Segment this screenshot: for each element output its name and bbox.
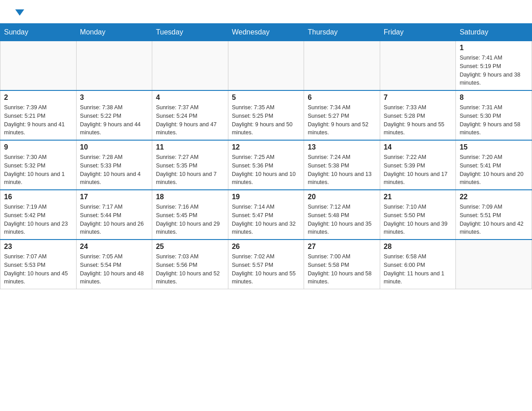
calendar-cell (228, 41, 304, 91)
day-info: Sunrise: 7:24 AM Sunset: 5:38 PM Dayligh… (308, 153, 376, 187)
calendar-day-header: Saturday (456, 24, 532, 41)
calendar-day-header: Thursday (304, 24, 380, 41)
day-info: Sunrise: 7:00 AM Sunset: 5:58 PM Dayligh… (308, 253, 376, 286)
day-number: 24 (80, 243, 149, 251)
day-number: 17 (80, 193, 149, 201)
calendar-cell: 13Sunrise: 7:24 AM Sunset: 5:38 PM Dayli… (304, 140, 380, 190)
calendar-cell: 4Sunrise: 7:37 AM Sunset: 5:24 PM Daylig… (152, 90, 228, 140)
day-info: Sunrise: 7:05 AM Sunset: 5:54 PM Dayligh… (80, 253, 149, 286)
day-info: Sunrise: 7:12 AM Sunset: 5:48 PM Dayligh… (308, 203, 376, 236)
day-info: Sunrise: 7:33 AM Sunset: 5:28 PM Dayligh… (384, 103, 452, 137)
day-number: 2 (4, 94, 73, 102)
day-info: Sunrise: 7:25 AM Sunset: 5:36 PM Dayligh… (232, 153, 300, 187)
calendar-cell: 27Sunrise: 7:00 AM Sunset: 5:58 PM Dayli… (304, 240, 380, 289)
day-number: 3 (80, 94, 149, 102)
day-number: 15 (459, 143, 528, 151)
calendar-cell: 28Sunrise: 6:58 AM Sunset: 6:00 PM Dayli… (380, 240, 456, 289)
day-info: Sunrise: 7:17 AM Sunset: 5:44 PM Dayligh… (80, 203, 149, 236)
day-info: Sunrise: 7:02 AM Sunset: 5:57 PM Dayligh… (232, 253, 300, 286)
calendar-cell: 3Sunrise: 7:38 AM Sunset: 5:22 PM Daylig… (76, 90, 152, 140)
day-info: Sunrise: 6:58 AM Sunset: 6:00 PM Dayligh… (384, 253, 452, 286)
day-number: 1 (459, 44, 528, 52)
calendar-cell: 14Sunrise: 7:22 AM Sunset: 5:39 PM Dayli… (380, 140, 456, 190)
calendar-cell: 24Sunrise: 7:05 AM Sunset: 5:54 PM Dayli… (76, 240, 152, 289)
calendar-day-header: Sunday (0, 24, 77, 41)
calendar-cell: 5Sunrise: 7:35 AM Sunset: 5:25 PM Daylig… (228, 90, 304, 140)
calendar-cell (152, 41, 228, 91)
calendar-cell (76, 41, 152, 91)
day-info: Sunrise: 7:10 AM Sunset: 5:50 PM Dayligh… (384, 203, 452, 236)
calendar-header-row: SundayMondayTuesdayWednesdayThursdayFrid… (0, 24, 532, 41)
calendar-cell: 11Sunrise: 7:27 AM Sunset: 5:35 PM Dayli… (152, 140, 228, 190)
day-number: 18 (156, 193, 224, 201)
calendar-cell: 18Sunrise: 7:16 AM Sunset: 5:45 PM Dayli… (152, 190, 228, 240)
day-info: Sunrise: 7:31 AM Sunset: 5:30 PM Dayligh… (459, 103, 528, 137)
calendar-cell: 23Sunrise: 7:07 AM Sunset: 5:53 PM Dayli… (0, 240, 77, 289)
calendar-table: SundayMondayTuesdayWednesdayThursdayFrid… (0, 23, 532, 289)
calendar-cell (304, 41, 380, 91)
day-number: 27 (308, 243, 376, 251)
calendar-cell: 1Sunrise: 7:41 AM Sunset: 5:19 PM Daylig… (456, 41, 532, 91)
calendar-cell: 8Sunrise: 7:31 AM Sunset: 5:30 PM Daylig… (456, 90, 532, 140)
day-number: 26 (232, 243, 300, 251)
day-info: Sunrise: 7:03 AM Sunset: 5:56 PM Dayligh… (156, 253, 224, 286)
day-number: 14 (384, 143, 452, 151)
calendar-cell: 15Sunrise: 7:20 AM Sunset: 5:41 PM Dayli… (456, 140, 532, 190)
day-number: 4 (156, 94, 224, 102)
page-header (0, 0, 532, 20)
day-info: Sunrise: 7:09 AM Sunset: 5:51 PM Dayligh… (459, 203, 528, 236)
calendar-cell: 2Sunrise: 7:39 AM Sunset: 5:21 PM Daylig… (0, 90, 77, 140)
day-number: 6 (308, 94, 376, 102)
logo (14, 11, 24, 15)
calendar-week-row: 2Sunrise: 7:39 AM Sunset: 5:21 PM Daylig… (0, 90, 532, 140)
day-info: Sunrise: 7:35 AM Sunset: 5:25 PM Dayligh… (232, 103, 300, 137)
calendar-cell: 16Sunrise: 7:19 AM Sunset: 5:42 PM Dayli… (0, 190, 77, 240)
day-number: 21 (384, 193, 452, 201)
day-info: Sunrise: 7:39 AM Sunset: 5:21 PM Dayligh… (4, 103, 73, 137)
day-info: Sunrise: 7:34 AM Sunset: 5:27 PM Dayligh… (308, 103, 376, 137)
calendar-cell: 6Sunrise: 7:34 AM Sunset: 5:27 PM Daylig… (304, 90, 380, 140)
day-number: 7 (384, 94, 452, 102)
calendar-week-row: 9Sunrise: 7:30 AM Sunset: 5:32 PM Daylig… (0, 140, 532, 190)
day-info: Sunrise: 7:22 AM Sunset: 5:39 PM Dayligh… (384, 153, 452, 187)
day-number: 13 (308, 143, 376, 151)
day-info: Sunrise: 7:16 AM Sunset: 5:45 PM Dayligh… (156, 203, 224, 236)
calendar-day-header: Tuesday (152, 24, 228, 41)
calendar-week-row: 23Sunrise: 7:07 AM Sunset: 5:53 PM Dayli… (0, 240, 532, 289)
day-info: Sunrise: 7:27 AM Sunset: 5:35 PM Dayligh… (156, 153, 224, 187)
day-number: 8 (459, 94, 528, 102)
logo-triangle-icon (15, 9, 24, 16)
calendar-cell: 20Sunrise: 7:12 AM Sunset: 5:48 PM Dayli… (304, 190, 380, 240)
day-number: 25 (156, 243, 224, 251)
calendar-cell (456, 240, 532, 289)
calendar-cell: 10Sunrise: 7:28 AM Sunset: 5:33 PM Dayli… (76, 140, 152, 190)
day-info: Sunrise: 7:07 AM Sunset: 5:53 PM Dayligh… (4, 253, 73, 286)
calendar-day-header: Monday (76, 24, 152, 41)
day-info: Sunrise: 7:30 AM Sunset: 5:32 PM Dayligh… (4, 153, 73, 187)
day-number: 19 (232, 193, 300, 201)
calendar-week-row: 16Sunrise: 7:19 AM Sunset: 5:42 PM Dayli… (0, 190, 532, 240)
calendar-day-header: Friday (380, 24, 456, 41)
calendar-cell: 17Sunrise: 7:17 AM Sunset: 5:44 PM Dayli… (76, 190, 152, 240)
day-number: 11 (156, 143, 224, 151)
day-info: Sunrise: 7:19 AM Sunset: 5:42 PM Dayligh… (4, 203, 73, 236)
calendar-cell: 12Sunrise: 7:25 AM Sunset: 5:36 PM Dayli… (228, 140, 304, 190)
day-info: Sunrise: 7:37 AM Sunset: 5:24 PM Dayligh… (156, 103, 224, 137)
day-number: 22 (459, 193, 528, 201)
calendar-cell (380, 41, 456, 91)
day-number: 23 (4, 243, 73, 251)
calendar-cell: 26Sunrise: 7:02 AM Sunset: 5:57 PM Dayli… (228, 240, 304, 289)
day-info: Sunrise: 7:28 AM Sunset: 5:33 PM Dayligh… (80, 153, 149, 187)
calendar-cell: 7Sunrise: 7:33 AM Sunset: 5:28 PM Daylig… (380, 90, 456, 140)
day-info: Sunrise: 7:14 AM Sunset: 5:47 PM Dayligh… (232, 203, 300, 236)
day-info: Sunrise: 7:41 AM Sunset: 5:19 PM Dayligh… (459, 54, 528, 87)
calendar-cell: 25Sunrise: 7:03 AM Sunset: 5:56 PM Dayli… (152, 240, 228, 289)
calendar-cell (0, 41, 77, 91)
day-number: 5 (232, 94, 300, 102)
day-number: 9 (4, 143, 73, 151)
day-info: Sunrise: 7:20 AM Sunset: 5:41 PM Dayligh… (459, 153, 528, 187)
day-number: 16 (4, 193, 73, 201)
day-number: 20 (308, 193, 376, 201)
calendar-cell: 22Sunrise: 7:09 AM Sunset: 5:51 PM Dayli… (456, 190, 532, 240)
calendar-day-header: Wednesday (228, 24, 304, 41)
